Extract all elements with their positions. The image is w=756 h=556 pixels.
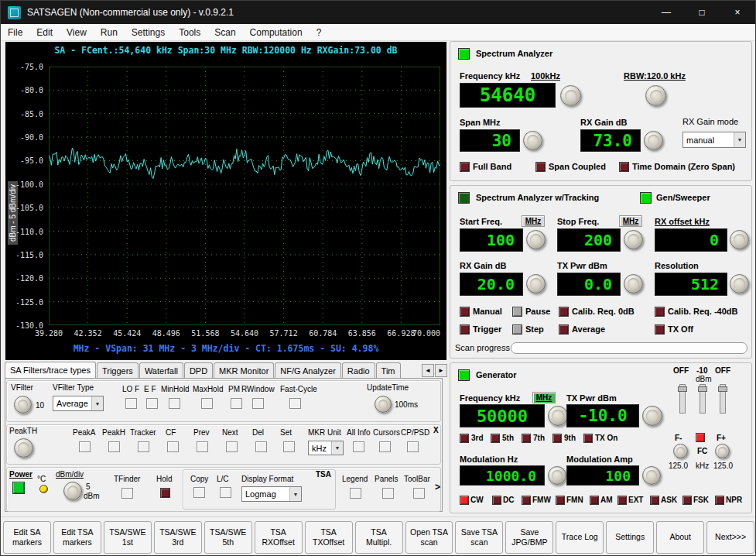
freq-step-right-knob[interactable] [715,444,730,458]
tsa-swe-3rd-button[interactable]: TSA/SWE 3rd [154,521,202,554]
fc-led[interactable] [696,433,705,442]
cp-psd-button[interactable] [407,441,419,452]
menu-scan[interactable]: Scan [207,25,242,40]
mode-am-checkbox[interactable] [590,496,599,505]
del-button[interactable] [255,441,267,452]
gen-frequency-knob[interactable] [548,406,568,426]
all-info-button[interactable] [353,441,364,452]
tab-scroll-right-icon[interactable]: ► [435,364,447,377]
harmonic-9th-checkbox[interactable] [552,434,562,443]
sa-span-knob[interactable] [523,131,542,150]
markers-close-button[interactable]: X [433,426,439,434]
mode-ext-checkbox[interactable] [617,496,627,505]
harmonic-7th-checkbox[interactable] [522,434,531,443]
peakth-knob[interactable] [14,438,33,458]
tx-off-checkbox[interactable] [655,324,665,335]
close-icon[interactable]: × [720,1,755,24]
save-jpg-bmp-button[interactable]: Save JPG/BMP [505,521,553,554]
pause-checkbox[interactable] [512,307,522,317]
power-indicator[interactable] [12,482,25,494]
tracker-button[interactable] [138,441,149,452]
cursors-button[interactable] [379,441,391,452]
next-button[interactable]: Next>>> [706,521,754,554]
tab-radio[interactable]: Radio [342,362,375,379]
lo-f-button[interactable] [125,398,137,409]
stop-freq-unit-button[interactable]: MHz [619,215,642,227]
tracking-enable-led[interactable] [458,192,470,204]
atten-slider-2[interactable] [700,384,706,414]
toolbar-button[interactable] [413,488,425,499]
peakh-button[interactable] [108,441,120,452]
tracking-txpwr-display[interactable]: 0.0 [557,273,621,296]
cf-button[interactable] [167,441,179,452]
sa-frequency-step-label[interactable]: 100kHz [531,71,560,81]
menu-edit[interactable]: Edit [29,25,60,40]
stop-freq-display[interactable]: 200 [557,228,621,252]
span-coupled-checkbox[interactable] [535,162,546,172]
tfinder-button[interactable] [121,488,133,499]
mode-fsk-checkbox[interactable] [682,496,692,505]
rx-offset-knob[interactable] [730,230,749,249]
generator-enable-led[interactable] [458,369,470,381]
tab-mkr-monitor[interactable]: MKR Monitor [214,362,274,379]
prev-button[interactable] [197,441,208,452]
menu-settings[interactable]: Settings [125,25,172,40]
rwindow-button[interactable] [252,398,264,409]
modulation-hz-display[interactable]: 1000.0 [460,465,545,486]
modulation-hz-knob[interactable] [548,466,566,485]
menu-view[interactable]: View [60,25,94,40]
tab-waterfall[interactable]: Waterfall [139,362,183,379]
tracking-rxgain-display[interactable]: 20.0 [460,273,523,296]
more-arrow-icon[interactable]: > [435,482,440,493]
resolution-display[interactable]: 512 [655,273,727,296]
tsa-swe-1st-button[interactable]: TSA/SWE 1st [104,521,152,554]
harmonic-3rd-checkbox[interactable] [460,434,469,443]
resolution-knob[interactable] [730,274,749,293]
average-checkbox[interactable] [559,324,569,335]
peaka-button[interactable] [79,441,91,452]
set-button[interactable] [283,441,295,452]
manual-checkbox[interactable] [460,307,470,317]
vfilter-knob[interactable] [14,396,32,414]
about-button[interactable]: About [656,521,704,554]
minimize-icon[interactable]: — [648,1,684,24]
tab-time[interactable]: Tim [376,362,401,379]
tsa-swe-5th-button[interactable]: TSA/SWE 5th [204,521,252,554]
lc-button[interactable] [220,487,231,498]
edit-tsa-markers-button[interactable]: Edit TSA markers [53,521,101,554]
stop-freq-knob[interactable] [624,230,643,249]
power-label[interactable]: Power [9,470,32,479]
sa-frequency-knob[interactable] [560,85,581,106]
legend-button[interactable] [350,488,361,499]
freq-minus-button[interactable]: F- [675,434,682,442]
menu-file[interactable]: File [1,25,29,40]
minhold-button[interactable] [169,398,180,409]
copy-button[interactable] [193,487,205,498]
dbm-div-knob[interactable] [63,482,82,500]
tracking-rxgain-knob[interactable] [526,274,546,293]
mkr-unit-select[interactable]: kHz ▼ [308,441,344,455]
start-freq-unit-button[interactable]: MHz [522,215,545,227]
tab-dpd[interactable]: DPD [184,362,213,379]
tab-sa-filters[interactable]: SA Filters/trace types [5,362,96,379]
tsa-rxoffset-button[interactable]: TSA RXOffset [255,521,303,554]
sa-rxgain-knob[interactable] [644,131,663,150]
mode-cw-checkbox[interactable] [460,496,469,505]
save-tsa-scan-button[interactable]: Save TSA scan [455,521,503,554]
tracking-txpwr-knob[interactable] [624,274,643,293]
maxhold-button[interactable] [201,398,213,409]
step-checkbox[interactable] [512,324,522,335]
open-tsa-scan-button[interactable]: Open TSA scan [405,521,453,554]
menu-help[interactable]: ? [310,25,329,40]
settings-button[interactable]: Settings [606,521,654,554]
e-f-button[interactable] [146,398,158,409]
display-format-select[interactable]: Logmag ▼ [241,486,302,502]
time-domain-checkbox[interactable] [619,162,629,172]
gen-txpwr-knob[interactable] [642,406,662,426]
gen-freq-unit-button[interactable]: MHz [532,392,556,403]
sa-rbw-label[interactable]: RBW:120.0 kHz [624,71,686,81]
menu-tools[interactable]: Tools [172,25,207,40]
tab-scroll-left-icon[interactable]: ◄ [422,364,434,377]
calib-0db-checkbox[interactable] [559,307,569,317]
sa-rbw-knob[interactable] [645,85,666,106]
